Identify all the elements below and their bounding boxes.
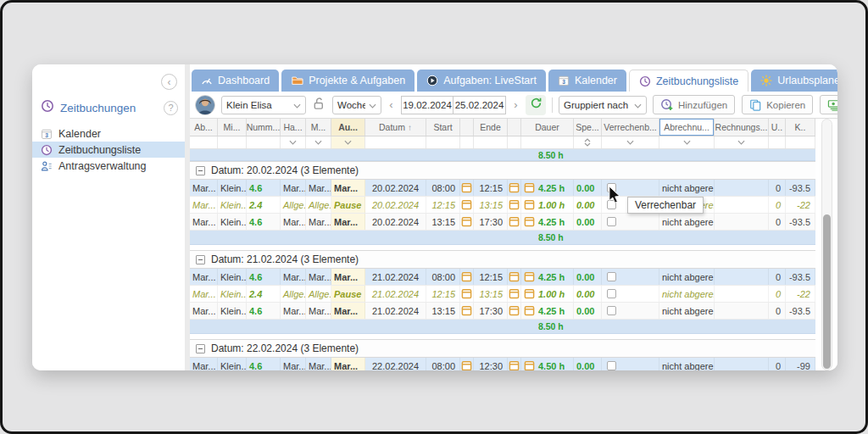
calendar-cell-icon[interactable] bbox=[524, 216, 535, 227]
date-from-input[interactable] bbox=[401, 96, 453, 114]
column-header-start[interactable]: Start bbox=[426, 119, 460, 136]
table-row[interactable]: Mar...Klein...4.6Mar...Mar...Mar...22.02… bbox=[190, 358, 815, 370]
filter-cell-au[interactable] bbox=[331, 136, 365, 148]
tab-aufgaben-livestart[interactable]: Aufgaben: LiveStart bbox=[417, 70, 546, 92]
filter-cell-abr[interactable] bbox=[659, 136, 715, 148]
table-row[interactable]: Mar...Klein...4.6Mar...Mar...Mar...20.02… bbox=[190, 214, 815, 231]
calendar-cell-icon[interactable] bbox=[509, 182, 520, 193]
prev-period-button[interactable]: ‹ bbox=[387, 98, 395, 111]
collapse-group-icon[interactable] bbox=[196, 255, 205, 264]
calendar-cell-icon[interactable] bbox=[509, 216, 520, 227]
calendar-cell-icon[interactable] bbox=[524, 305, 535, 316]
column-header-datum[interactable]: Datum↑ bbox=[365, 119, 426, 136]
calendar-cell-icon[interactable] bbox=[461, 288, 472, 299]
calendar-cell-icon[interactable] bbox=[524, 271, 535, 282]
filter-cell-spe[interactable] bbox=[574, 136, 602, 148]
calendar-cell-icon[interactable] bbox=[461, 305, 472, 316]
tab-kalender[interactable]: 3Kalender bbox=[548, 70, 626, 92]
group-by-select[interactable]: Gruppiert nach D bbox=[559, 96, 647, 114]
sidebar-item-antragsverwaltung[interactable]: Antragsverwaltung bbox=[32, 158, 185, 174]
filter-cell-rg[interactable] bbox=[715, 136, 769, 148]
lock-open-icon[interactable] bbox=[312, 96, 326, 114]
column-header-u[interactable]: U.. bbox=[769, 119, 786, 136]
filter-cell-ha[interactable] bbox=[281, 136, 306, 148]
sidebar-collapse-button[interactable]: ‹ bbox=[161, 74, 177, 90]
tab-projekte-aufgaben[interactable]: Projekte & Aufgaben bbox=[281, 70, 415, 92]
help-button[interactable]: ? bbox=[164, 101, 178, 115]
column-header-verr[interactable]: Verrechenb... bbox=[602, 119, 659, 136]
next-period-button[interactable]: › bbox=[512, 98, 520, 111]
filter-cell-cal1[interactable] bbox=[460, 136, 474, 148]
calendar-cell-icon[interactable] bbox=[461, 360, 472, 370]
filter-cell-start[interactable] bbox=[426, 136, 460, 148]
verrechenbar-checkbox[interactable] bbox=[607, 183, 616, 192]
table-row[interactable]: Mar...Klein...2.4Allge...Allge...Pause21… bbox=[190, 286, 815, 303]
calendar-cell-icon[interactable] bbox=[461, 199, 472, 210]
collapse-group-icon[interactable] bbox=[196, 344, 205, 353]
sidebar-item-zeitbuchungsliste[interactable]: Zeitbuchungsliste bbox=[32, 142, 185, 158]
calendar-cell-icon[interactable] bbox=[461, 182, 472, 193]
column-header-numm[interactable]: Numm... bbox=[247, 119, 281, 136]
verrechenbar-checkbox[interactable] bbox=[607, 361, 616, 370]
filter-cell-datum[interactable] bbox=[365, 136, 426, 148]
verrechenbar-checkbox[interactable] bbox=[607, 217, 616, 226]
column-header-cal2[interactable] bbox=[508, 119, 521, 136]
collapse-group-icon[interactable] bbox=[196, 166, 205, 175]
filter-cell-k[interactable] bbox=[786, 136, 815, 148]
table-row[interactable]: Mar...Klein...2.4Allge...Allge...Pause20… bbox=[190, 197, 815, 214]
column-header-k[interactable]: K.. bbox=[786, 119, 815, 136]
filter-cell-numm[interactable] bbox=[247, 136, 281, 148]
period-select[interactable]: Woche bbox=[332, 96, 381, 114]
column-header-dauer[interactable]: Dauer bbox=[521, 119, 574, 136]
refresh-button[interactable] bbox=[526, 95, 546, 115]
scrollbar-thumb[interactable] bbox=[823, 214, 831, 369]
vertical-scrollbar[interactable] bbox=[821, 119, 832, 370]
date-to-input[interactable] bbox=[453, 96, 506, 114]
column-header-cal1[interactable] bbox=[460, 119, 474, 136]
tab-zeitbuchungsliste[interactable]: Zeitbuchungsliste bbox=[629, 70, 748, 92]
filter-cell-m[interactable] bbox=[306, 136, 331, 148]
filter-cell-u[interactable] bbox=[769, 136, 786, 148]
filter-cell-ab[interactable] bbox=[190, 136, 218, 148]
calendar-cell-icon[interactable] bbox=[461, 216, 472, 227]
calendar-cell-icon[interactable] bbox=[509, 271, 520, 282]
column-header-au[interactable]: Au... bbox=[331, 119, 365, 136]
calendar-cell-icon[interactable] bbox=[509, 305, 520, 316]
filter-cell-cal2[interactable] bbox=[508, 136, 521, 148]
filter-cell-mi[interactable] bbox=[218, 136, 247, 148]
verrechenbar-checkbox[interactable] bbox=[607, 289, 616, 298]
calendar-cell-icon[interactable] bbox=[524, 182, 535, 193]
column-header-ha[interactable]: Ha... bbox=[281, 119, 306, 136]
hinzufügen-button[interactable]: Hinzufügen bbox=[653, 95, 735, 114]
column-header-ende[interactable]: Ende bbox=[474, 119, 508, 136]
calendar-cell-icon[interactable] bbox=[509, 288, 520, 299]
column-header-spe[interactable]: Spe... bbox=[574, 119, 602, 136]
avatar[interactable] bbox=[195, 95, 215, 115]
verrechenbar-checkbox[interactable] bbox=[607, 272, 616, 281]
verrechenbar-checkbox[interactable] bbox=[607, 306, 616, 315]
sidebar-item-kalender[interactable]: 3Kalender bbox=[32, 125, 185, 142]
fakturieren-button[interactable]: Fakturieren bbox=[820, 95, 837, 114]
filter-cell-dauer[interactable] bbox=[521, 136, 574, 148]
user-select[interactable]: Klein Elisa bbox=[221, 96, 306, 114]
calendar-cell-icon[interactable] bbox=[524, 199, 535, 210]
calendar-cell-icon[interactable] bbox=[509, 199, 520, 210]
calendar-cell-icon[interactable] bbox=[509, 360, 520, 370]
filter-cell-ende[interactable] bbox=[474, 136, 508, 148]
table-row[interactable]: Mar...Klein...4.6Mar...Mar...Mar...20.02… bbox=[190, 180, 815, 197]
tab-urlaubsplaner[interactable]: Urlaubsplaner bbox=[751, 70, 837, 92]
column-header-m[interactable]: M... bbox=[306, 119, 331, 136]
table-row[interactable]: Mar...Klein...4.6Mar...Mar...Mar...21.02… bbox=[190, 269, 815, 286]
calendar-cell-icon[interactable] bbox=[524, 360, 535, 370]
tab-dashboard[interactable]: Dashboard bbox=[192, 70, 279, 92]
column-header-rg[interactable]: Rechnungs... bbox=[715, 119, 769, 136]
kopieren-button[interactable]: Kopieren bbox=[742, 95, 813, 114]
column-header-ab[interactable]: Ab... bbox=[190, 119, 218, 136]
column-header-mi[interactable]: Mi... bbox=[218, 119, 247, 136]
calendar-cell-icon[interactable] bbox=[524, 288, 535, 299]
calendar-cell-icon[interactable] bbox=[461, 271, 472, 282]
verrechenbar-checkbox[interactable] bbox=[607, 200, 616, 209]
column-header-abr[interactable]: Abrechnu... bbox=[659, 119, 715, 136]
table-row[interactable]: Mar...Klein...4.6Mar...Mar...Mar...21.02… bbox=[190, 303, 815, 320]
filter-cell-verr[interactable] bbox=[602, 136, 659, 148]
